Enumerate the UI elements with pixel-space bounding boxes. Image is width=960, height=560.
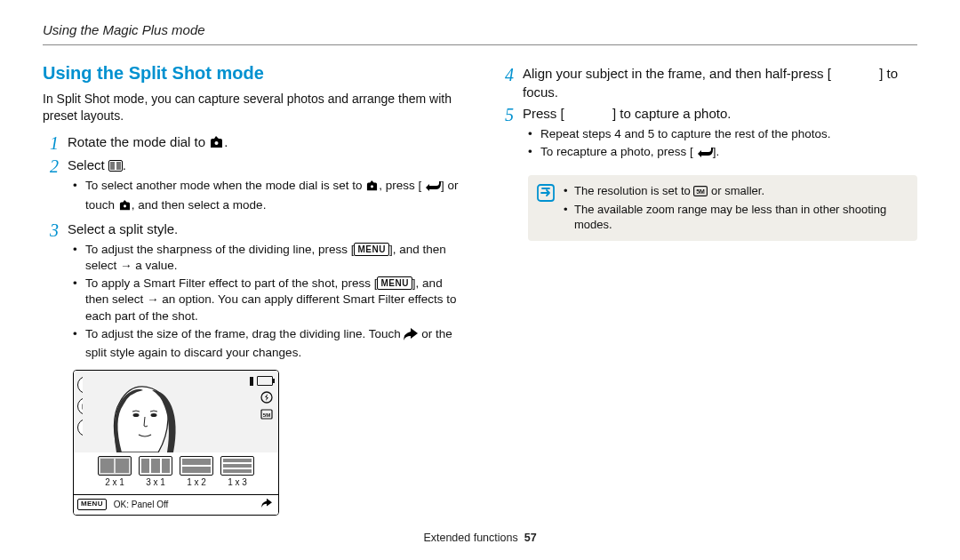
return-icon (697, 147, 713, 163)
resolution-5m-icon: 5M (693, 185, 708, 201)
style-3x1: 3 x 1 (138, 456, 173, 489)
right-column: 4 Align your subject in the frame, and t… (498, 61, 917, 516)
step-5-sublist: Repeat steps 4 and 5 to capture the rest… (528, 126, 917, 163)
svg-point-3 (371, 186, 373, 188)
menu-button-icon: MENU (377, 276, 412, 290)
share-arrow-icon (404, 328, 418, 345)
step-2: 2 Select . (43, 156, 462, 176)
camera-screenshot: 5M 2 x 1 3 x 1 1 x 2 (73, 370, 279, 516)
svg-text:5M: 5M (697, 188, 706, 195)
step-1-text-end: . (224, 134, 228, 149)
step-3: 3 Select a split style. (43, 220, 462, 240)
page-number: 57 (524, 532, 537, 544)
page-footer: Extended functions 57 (0, 531, 960, 546)
step-2-text-end: . (123, 157, 126, 172)
split-style-row: 2 x 1 3 x 1 1 x 2 1 x 3 (74, 452, 278, 494)
step-5: 5 Press [ ] to capture a photo. (498, 105, 917, 124)
step-4-text: Align your subject in the frame, and the… (523, 66, 831, 81)
step-number: 1 (43, 133, 59, 153)
list-item: The available zoom range may be less tha… (564, 202, 908, 233)
step-number: 4 (498, 65, 514, 84)
svg-point-0 (215, 141, 219, 145)
note-icon (537, 184, 555, 234)
screenshot-footer: MENU OK: Panel Off (74, 494, 278, 515)
step-3-sublist: To adjust the sharpness of the dividing … (73, 242, 462, 362)
step-1: 1 Rotate the mode dial to . (43, 133, 462, 153)
list-item: To recapture a photo, press [ ]. (528, 144, 917, 163)
menu-button-icon: MENU (77, 499, 107, 510)
resolution-icon: 5M (260, 409, 273, 420)
list-item: Repeat steps 4 and 5 to capture the rest… (528, 126, 917, 142)
battery-icon (257, 376, 273, 386)
note-box: The resolution is set to 5M or smaller. … (528, 175, 917, 241)
mode-dial-small-icon (118, 199, 132, 215)
svg-rect-11 (250, 377, 253, 386)
svg-point-4 (124, 204, 126, 207)
step-4: 4 Align your subject in the frame, and t… (498, 65, 917, 101)
flash-mode-icon (260, 391, 273, 404)
footer-section: Extended functions (423, 532, 517, 544)
face-illustration (83, 371, 189, 452)
list-item: The resolution is set to 5M or smaller. (564, 183, 908, 201)
panel-off-label: OK: Panel Off (114, 499, 260, 511)
step-5-text: Press [ (523, 106, 564, 121)
style-1x3: 1 x 3 (220, 456, 255, 489)
svg-point-9 (133, 413, 140, 417)
mode-dial-icon (365, 180, 379, 196)
mode-dial-icon (209, 135, 224, 153)
style-1x2: 1 x 2 (179, 456, 214, 489)
svg-point-10 (151, 413, 157, 417)
return-icon (425, 180, 441, 196)
split-shot-icon (108, 160, 123, 172)
svg-rect-2 (116, 162, 121, 170)
step-number: 5 (498, 105, 514, 124)
share-arrow-icon (260, 498, 273, 512)
step-1-text: Rotate the mode dial to (68, 134, 209, 149)
left-column: Using the Split Shot mode In Split Shot … (43, 61, 462, 516)
list-item: To apply a Smart Filter effect to part o… (73, 276, 462, 324)
breadcrumb: Using the Magic Plus mode (43, 21, 917, 39)
svg-point-12 (261, 392, 272, 403)
step-5-text-end: ] to capture a photo. (612, 106, 731, 121)
svg-text:5M: 5M (263, 412, 270, 418)
step-number: 3 (43, 220, 59, 240)
step-2-text: Select (68, 157, 108, 172)
list-item: To adjust the sharpness of the dividing … (73, 242, 462, 274)
step-number: 2 (43, 156, 59, 176)
signal-icon (250, 377, 253, 386)
list-item: To select another mode when the mode dia… (73, 178, 462, 214)
list-item: To adjust the size of the frame, drag th… (73, 326, 462, 361)
svg-rect-1 (110, 162, 115, 170)
step-3-text: Select a split style. (68, 220, 178, 238)
header-rule (43, 44, 917, 45)
step-2-sublist: To select another mode when the mode dia… (73, 178, 462, 214)
section-intro: In Split Shot mode, you can capture seve… (43, 91, 462, 124)
style-2x1: 2 x 1 (97, 456, 132, 489)
menu-button-icon: MENU (354, 243, 388, 256)
section-title: Using the Split Shot mode (43, 61, 462, 85)
